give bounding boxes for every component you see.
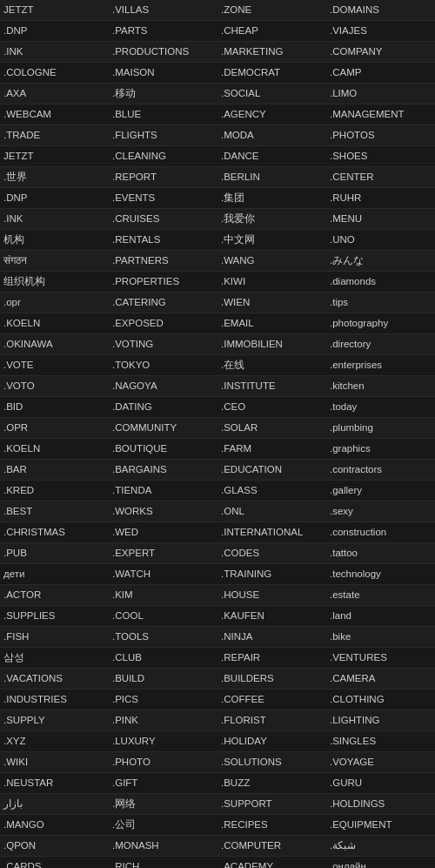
grid-cell: .CLEANING [109,146,218,167]
grid-cell: .PROPERTIES [109,272,218,293]
grid-cell: .在线 [218,355,326,376]
grid-cell: .opr [0,293,109,313]
grid-cell: .KAUFEN [218,606,326,627]
grid-cell: .ZONE [218,0,326,21]
grid-cell: .GIFT [109,773,218,794]
grid-cell: .BUILD [109,669,218,690]
grid-cell: .PRODUCTIONS [109,42,218,63]
grid-cell: .MANGO [0,815,109,836]
grid-cell: .SUPPLY [0,710,109,731]
grid-cell: .FISH [0,627,109,648]
grid-cell: .AXA [0,84,109,104]
grid-cell: .EVENTS [109,188,218,209]
grid-cell: .VACATIONS [0,669,109,690]
grid-cell: .WIEN [218,293,326,313]
grid-cell: .PUB [0,543,109,564]
grid-cell: .VIAJES [326,21,435,42]
grid-cell: JETZT [0,146,109,167]
grid-cell: 机构 [0,230,109,251]
grid-cell: дети [0,564,109,585]
grid-cell: .INSTITUTE [218,376,326,397]
grid-cell: .MONASH [109,836,218,857]
grid-cell: .SOLAR [218,418,326,439]
grid-cell: .EQUIPMENT [326,815,435,836]
grid-cell: .construction [326,522,435,543]
grid-cell: .CLUB [109,648,218,669]
grid-cell: .PICS [109,690,218,710]
grid-cell: .VILLAS [109,0,218,21]
grid-cell: .estate [326,585,435,606]
grid-cell: .INK [0,42,109,63]
grid-cell: .PHOTOS [326,125,435,146]
grid-cell: .EXPOSED [109,313,218,334]
grid-cell: .tips [326,293,435,313]
domain-grid: JETZT.VILLAS.ZONE.DOMAINS.DNP.PARTS.CHEA… [0,0,435,868]
grid-cell: .WED [109,522,218,543]
grid-cell: .VOTING [109,334,218,355]
grid-cell: .PARTNERS [109,251,218,272]
grid-cell: .gallery [326,481,435,501]
grid-cell: .网络 [109,794,218,815]
grid-cell: .MAISON [109,63,218,84]
grid-cell: .land [326,606,435,627]
grid-cell: .COMMUNITY [109,418,218,439]
grid-cell: .kitchen [326,376,435,397]
grid-cell: .みんな [326,251,435,272]
grid-cell: .AGENCY [218,104,326,125]
grid-cell: .ACADEMY [218,857,326,868]
grid-cell: .CODES [218,543,326,564]
grid-cell: .公司 [109,815,218,836]
grid-cell: .SINGLES [326,731,435,752]
grid-cell: .EMAIL [218,313,326,334]
grid-cell: .TRAINING [218,564,326,585]
grid-cell: .KIM [109,585,218,606]
grid-cell: .TIENDA [109,481,218,501]
grid-cell: 组织机构 [0,272,109,293]
grid-cell: .NINJA [218,627,326,648]
grid-cell: .CHEAP [218,21,326,42]
grid-cell: .COMPANY [326,42,435,63]
grid-cell: .ONL [218,501,326,522]
grid-cell: .INTERNATIONAL [218,522,326,543]
grid-cell: .TOOLS [109,627,218,648]
grid-cell: .NEUSTAR [0,773,109,794]
grid-cell: .VOYAGE [326,752,435,773]
grid-cell: .HOLDINGS [326,794,435,815]
grid-cell: .BLUE [109,104,218,125]
grid-cell: .WEBCAM [0,104,109,125]
grid-cell: .BOUTIQUE [109,439,218,460]
grid-cell: .sexy [326,501,435,522]
grid-cell: .OPR [0,418,109,439]
grid-cell: .CARDS [0,857,109,868]
grid-cell: .BEST [0,501,109,522]
grid-cell: .QPON [0,836,109,857]
grid-cell: .FLORIST [218,710,326,731]
grid-cell: .tattoo [326,543,435,564]
grid-cell: .TRADE [0,125,109,146]
grid-cell: .CLOTHING [326,690,435,710]
grid-cell: .FARM [218,439,326,460]
grid-cell: .RENTALS [109,230,218,251]
grid-cell: .WIKI [0,752,109,773]
grid-cell: .EDUCATION [218,460,326,481]
grid-cell: .graphics [326,439,435,460]
grid-cell: .RUHR [326,188,435,209]
grid-cell: بازار [0,794,109,815]
grid-cell: .today [326,397,435,418]
grid-cell: .MARKETING [218,42,326,63]
grid-cell: .directory [326,334,435,355]
grid-cell: .COLOGNE [0,63,109,84]
grid-cell: .UNO [326,230,435,251]
grid-cell: .FLIGHTS [109,125,218,146]
grid-cell: .BID [0,397,109,418]
grid-cell: .CHRISTMAS [0,522,109,543]
grid-cell: .CEO [218,397,326,418]
grid-cell: .KIWI [218,272,326,293]
grid-cell: .WANG [218,251,326,272]
grid-cell: .BUZZ [218,773,326,794]
grid-cell: .MANAGEMENT [326,104,435,125]
grid-cell: .TOKYO [109,355,218,376]
grid-cell: .DANCE [218,146,326,167]
grid-cell: .集团 [218,188,326,209]
grid-cell: .CRUISES [109,209,218,230]
